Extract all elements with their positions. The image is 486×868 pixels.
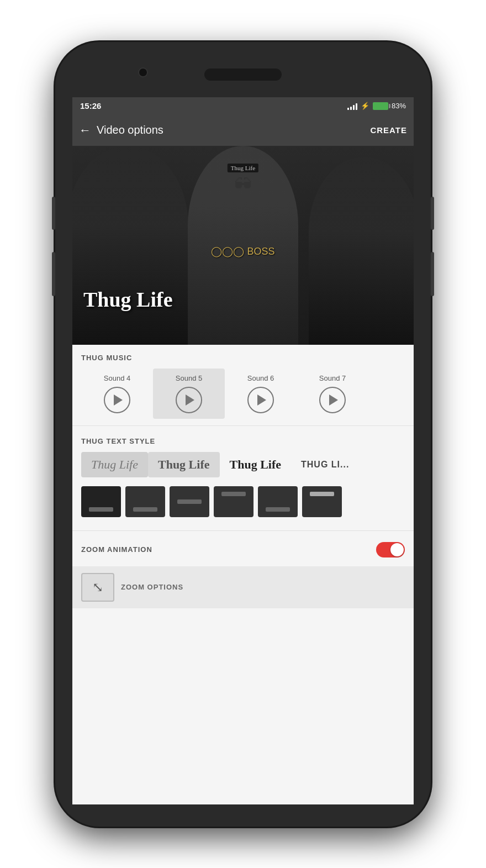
phone-button-right <box>431 197 434 230</box>
bolt-icon: ⚡ <box>361 102 369 110</box>
status-time: 15:26 <box>80 101 101 111</box>
signal-bar-1 <box>347 108 349 110</box>
pos-bar-4 <box>221 492 246 496</box>
position-icon-3[interactable] <box>170 486 209 517</box>
figure-left <box>72 146 188 345</box>
pos-bar-6 <box>310 492 334 496</box>
battery-icon <box>373 102 388 110</box>
zoom-options-row: ⤡ ZOOM OPTIONS <box>72 566 414 608</box>
signal-bar-3 <box>353 105 355 110</box>
toolbar: ← Video options CREATE <box>72 115 414 146</box>
thug-hat: Thug Life 🕶 <box>228 162 258 195</box>
divider-2 <box>72 530 414 531</box>
position-icon-1[interactable] <box>81 486 121 517</box>
sound-item-7[interactable]: Sound 7 <box>297 369 368 419</box>
pos-bar-5 <box>266 507 290 512</box>
phone-button-left2 <box>52 252 55 296</box>
content-area: THUG MUSIC Sound 4 Sound 5 <box>72 345 414 804</box>
divider-1 <box>72 425 414 426</box>
phone-button-right2 <box>431 252 434 296</box>
pos-bar-1 <box>89 507 113 512</box>
position-row <box>81 484 405 524</box>
hat-text: Thug Life <box>228 164 258 172</box>
text-style-preview-3: Thug Life <box>230 457 282 472</box>
sound-item-6[interactable]: Sound 6 <box>225 369 297 419</box>
position-icon-5[interactable] <box>258 486 298 517</box>
play-icon-5 <box>186 394 194 406</box>
text-style-preview-1: Thug Life <box>91 457 138 472</box>
text-style-title: THUG TEXT STYLE <box>81 437 405 445</box>
text-style-item-2[interactable]: Thug Life <box>148 452 220 477</box>
status-bar: 15:26 ⚡ 83% <box>72 97 414 115</box>
phone-body: 15:26 ⚡ 83% ← Video option <box>55 42 431 827</box>
text-style-item-3[interactable]: Thug Life <box>220 452 292 477</box>
text-style-row: Thug Life Thug Life Thug Life THUG LI... <box>81 452 405 477</box>
sunglasses-icon: 🕶 <box>228 175 258 195</box>
video-preview: Thug Life 🕶 ◯◯◯ BOSS Thug Life <box>72 146 414 345</box>
sound-6-label: Sound 6 <box>247 374 274 382</box>
position-icon-4[interactable] <box>214 486 253 517</box>
pos-bar-2 <box>133 507 157 512</box>
signal-bar-2 <box>350 107 352 110</box>
text-style-section: THUG TEXT STYLE Thug Life Thug Life Thug… <box>72 428 414 528</box>
sound-row: Sound 4 Sound 5 Sound 6 <box>81 369 405 419</box>
zoom-options-label: ZOOM OPTIONS <box>121 583 183 591</box>
status-icons: ⚡ 83% <box>347 102 406 110</box>
sound-4-label: Sound 4 <box>104 374 130 382</box>
zoom-icon-box[interactable]: ⤡ <box>81 573 114 602</box>
pos-bar-3 <box>177 499 202 504</box>
sound-7-label: Sound 7 <box>319 374 346 382</box>
battery-percent: 83% <box>392 102 406 110</box>
signal-bar-4 <box>356 103 357 110</box>
music-section: THUG MUSIC Sound 4 Sound 5 <box>72 345 414 423</box>
zoom-label: ZOOM ANIMATION <box>81 545 152 554</box>
text-style-item-1[interactable]: Thug Life <box>81 452 148 477</box>
figure-right <box>309 157 414 345</box>
music-section-title: THUG MUSIC <box>81 354 405 362</box>
position-icon-2[interactable] <box>125 486 165 517</box>
thug-life-text: Thug Life <box>83 287 173 312</box>
play-icon-6 <box>257 394 266 406</box>
text-style-item-4[interactable]: THUG LI... <box>291 452 359 477</box>
zoom-toggle[interactable] <box>376 542 405 557</box>
play-circle-4[interactable] <box>104 387 130 413</box>
signal-icon <box>347 102 357 110</box>
position-icon-6[interactable] <box>302 486 342 517</box>
phone-speaker <box>204 69 282 81</box>
phone-camera <box>138 67 148 77</box>
phone-screen: 15:26 ⚡ 83% ← Video option <box>72 97 414 804</box>
back-button[interactable]: ← <box>79 123 91 138</box>
play-circle-6[interactable] <box>247 387 274 413</box>
toolbar-left: ← Video options <box>79 123 163 138</box>
play-circle-7[interactable] <box>319 387 346 413</box>
text-style-preview-2: Thug Life <box>158 457 210 472</box>
toggle-knob <box>390 543 404 556</box>
text-style-preview-4: THUG LI... <box>301 460 349 470</box>
play-icon-7 <box>329 394 338 406</box>
phone-outer: 15:26 ⚡ 83% ← Video option <box>0 0 486 868</box>
sound-item-4[interactable]: Sound 4 <box>81 369 153 419</box>
zoom-arrows-icon: ⤡ <box>92 580 103 595</box>
zoom-animation-section: ZOOM ANIMATION <box>72 533 414 566</box>
sound-item-5[interactable]: Sound 5 <box>153 369 225 419</box>
create-button[interactable]: CREATE <box>370 125 407 135</box>
play-circle-5[interactable] <box>176 387 202 413</box>
phone-button-left <box>52 197 55 230</box>
toolbar-title: Video options <box>97 124 163 136</box>
video-background: Thug Life 🕶 ◯◯◯ BOSS Thug Life <box>72 146 414 345</box>
sound-5-label: Sound 5 <box>176 374 202 382</box>
chain-decoration: ◯◯◯ BOSS <box>211 245 274 257</box>
play-icon-4 <box>114 394 123 406</box>
